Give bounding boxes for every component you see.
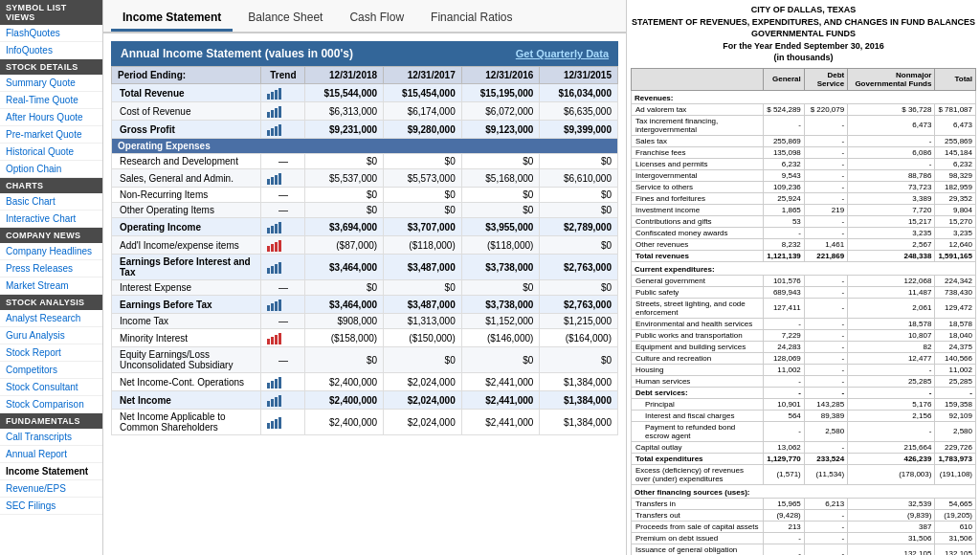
income-cell-v2: $9,280,000 [384,121,462,139]
right-cell: 18,578 [848,318,935,329]
income-row: Equity Earnings/Loss Unconsolidated Subs… [112,347,618,373]
sidebar-item[interactable]: Competitors [0,362,102,379]
right-row-label: Transfers in [632,498,764,509]
sidebar-item[interactable]: Annual Report [0,446,102,463]
sidebar-item[interactable]: Market Stream [0,278,102,295]
right-row-label: Ad valorem tax [632,103,764,115]
income-cell-v2: $3,487,000 [384,255,462,280]
sidebar-item[interactable]: FlashQuotes [0,25,102,42]
sidebar-section-header: COMPANY NEWS [0,228,102,243]
sidebar-item[interactable]: After Hours Quote [0,109,102,126]
income-cell-v4: $1,215,000 [540,314,618,329]
sidebar-item[interactable]: Interactive Chart [0,211,102,228]
income-section-label: Operating Expenses [112,139,618,154]
sidebar-item[interactable]: Historical Quote [0,144,102,161]
right-cell: - [804,509,847,521]
sidebar-item[interactable]: Stock Report [0,344,102,362]
right-cell: 24,375 [935,341,976,352]
income-cell-v1: ($87,000) [305,236,384,255]
sidebar-item[interactable]: Option Chain [0,161,102,178]
right-table-row: Ad valorem tax$ 524,289$ 220,079$ 36,728… [632,103,976,115]
sidebar-item[interactable]: Revenue/EPS [0,480,102,498]
income-cell-v1: $2,400,000 [305,391,384,410]
sidebar-item[interactable]: Press Releases [0,260,102,278]
right-cell: 1,865 [764,204,805,215]
sidebar-item[interactable]: Real-Time Quote [0,92,102,109]
tab-income-statement[interactable]: Income Statement [111,6,233,32]
right-cell: 2,580 [935,421,976,441]
right-cell: (178,003) [848,464,935,484]
right-cell: 6,213 [804,498,847,509]
tab-cash-flow[interactable]: Cash Flow [338,6,415,32]
trend-cell [261,373,305,391]
sidebar-item[interactable]: Company Headlines [0,243,102,260]
right-table-row: Debt services:---- [632,387,976,398]
right-cell: 92,109 [935,410,976,421]
right-cell: 54,665 [935,498,976,509]
sidebar-item[interactable]: SEC Filings [0,498,102,515]
right-table-row: Transfers out(9,428)-(9,839)(19,205) [632,509,976,521]
sidebar-section-header: STOCK DETAILS [0,59,102,75]
quarterly-link[interactable]: Get Quarterly Data [516,48,609,59]
right-cell: - [804,441,847,453]
right-row-label: Fines and forfeitures [632,192,764,204]
right-cell: 2,580 [804,421,847,441]
right-table-row: Licenses and permits6,232--6,232 [632,158,976,169]
sidebar-item[interactable]: Stock Comparison [0,396,102,413]
income-cell-v1: $5,537,000 [305,169,384,188]
income-cell-v4: $0 [540,203,618,218]
income-row-label: Non-Recurring Items [112,188,261,203]
income-cell-v3: $15,195,000 [461,84,540,102]
sidebar-item[interactable]: Summary Quote [0,75,102,92]
income-cell-v1: $3,464,000 [305,296,384,314]
sidebar-item[interactable]: Analyst Research [0,310,102,327]
right-row-label: Culture and recreation [632,352,764,364]
income-row: Sales, General and Admin.$5,537,000$5,57… [112,169,618,188]
sidebar-item[interactable]: Call Transcripts [0,429,102,446]
right-cell: - [804,544,847,555]
income-cell-v3: $9,123,000 [461,121,540,139]
right-cell: - [804,521,847,532]
income-table-header: Annual Income Statement (values in 000's… [111,41,618,66]
tab-balance-sheet[interactable]: Balance Sheet [236,6,334,32]
income-cell-v4: $0 [540,236,618,255]
right-row-label: Environmental and health services [632,318,764,329]
right-cell: 7,720 [848,204,935,215]
right-cell: 11,002 [935,364,976,375]
right-row-label: Payment to refunded bond escrow agent [632,421,764,441]
trend-cell [261,296,305,314]
sidebar-item[interactable]: InfoQuotes [0,42,102,59]
sidebar-item[interactable]: Guru Analysis [0,327,102,344]
tab-financial-ratios[interactable]: Financial Ratios [419,6,523,32]
right-title-1: CITY OF DALLAS, TEXAS [631,4,976,16]
right-cell: - [764,318,805,329]
right-row-label: Housing [632,364,764,375]
right-cell: 15,270 [935,215,976,227]
income-cell-v2: $0 [384,347,462,373]
right-cell: 1,121,139 [764,250,805,261]
trend-cell: — [261,188,305,203]
right-cell: (19,205) [935,509,976,521]
income-cell-v3: $3,955,000 [461,218,540,236]
right-row-label: Total expenditures [632,453,764,464]
right-cell: 101,576 [764,275,805,286]
sidebar-item[interactable]: Income Statement [0,463,102,480]
income-cell-v3: $0 [461,203,540,218]
sidebar-item[interactable]: Pre-market Quote [0,126,102,144]
right-cell: 122,068 [848,275,935,286]
sidebar-item[interactable]: Stock Consultant [0,379,102,396]
right-cell: - [804,329,847,341]
sidebar-item[interactable]: Basic Chart [0,193,102,211]
right-table-row: Intergovernmental9,543-88,78698,329 [632,169,976,181]
right-cell: 564 [764,410,805,421]
right-cell: $ 220,079 [804,103,847,115]
right-row-label: Principal [632,398,764,410]
right-cell: - [848,158,935,169]
income-row: Interest Expense—$0$0$0$0 [112,280,618,296]
income-row-label: Sales, General and Admin. [112,169,261,188]
right-cell: - [804,215,847,227]
right-table-row: Human services--25,28525,285 [632,375,976,387]
right-cell: 2,156 [848,410,935,421]
income-row: Total Revenue$15,544,000$15,454,000$15,1… [112,84,618,102]
right-cell: 127,411 [764,298,805,318]
